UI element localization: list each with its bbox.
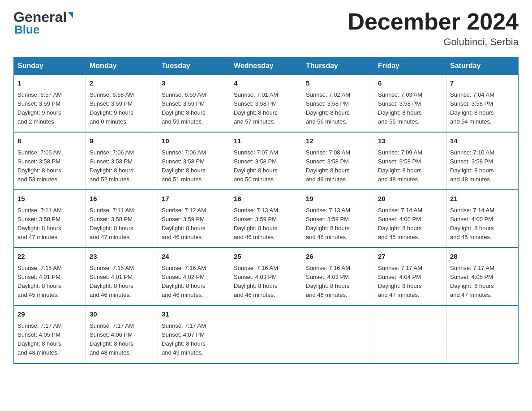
calendar-cell: 18Sunrise: 7:13 AM Sunset: 3:59 PM Dayli…: [230, 190, 302, 248]
day-info: Sunrise: 7:13 AM Sunset: 3:59 PM Dayligh…: [234, 206, 298, 242]
calendar-cell: 15Sunrise: 7:11 AM Sunset: 3:58 PM Dayli…: [14, 190, 86, 248]
logo-triangle-icon: [68, 12, 73, 18]
calendar-cell: [374, 305, 446, 363]
day-number: 12: [306, 136, 370, 146]
day-number: 6: [378, 78, 442, 89]
calendar-cell: 29Sunrise: 7:17 AM Sunset: 4:05 PM Dayli…: [14, 305, 86, 363]
title-block: December 2024 Golubinci, Serbia: [348, 9, 519, 48]
week-row-1: 1Sunrise: 6:57 AM Sunset: 3:59 PM Daylig…: [14, 75, 519, 133]
week-row-2: 8Sunrise: 7:05 AM Sunset: 3:58 PM Daylig…: [14, 132, 519, 190]
day-number: 2: [90, 78, 154, 89]
calendar-cell: 5Sunrise: 7:02 AM Sunset: 3:58 PM Daylig…: [302, 75, 374, 133]
calendar-cell: 30Sunrise: 7:17 AM Sunset: 4:06 PM Dayli…: [86, 305, 158, 363]
day-number: 9: [90, 136, 154, 146]
day-number: 22: [17, 252, 82, 262]
calendar-cell: 2Sunrise: 6:58 AM Sunset: 3:59 PM Daylig…: [86, 75, 158, 133]
week-row-3: 15Sunrise: 7:11 AM Sunset: 3:58 PM Dayli…: [14, 190, 519, 248]
calendar-cell: 12Sunrise: 7:08 AM Sunset: 3:58 PM Dayli…: [302, 132, 374, 190]
day-info: Sunrise: 7:13 AM Sunset: 3:59 PM Dayligh…: [306, 206, 370, 242]
day-number: 4: [234, 78, 298, 89]
day-info: Sunrise: 7:17 AM Sunset: 4:05 PM Dayligh…: [17, 321, 82, 358]
calendar-cell: 11Sunrise: 7:07 AM Sunset: 3:58 PM Dayli…: [230, 132, 302, 190]
day-number: 31: [162, 309, 226, 320]
day-number: 28: [450, 252, 515, 262]
calendar-cell: 22Sunrise: 7:15 AM Sunset: 4:01 PM Dayli…: [14, 248, 86, 305]
day-info: Sunrise: 6:59 AM Sunset: 3:59 PM Dayligh…: [162, 90, 226, 127]
calendar-cell: 20Sunrise: 7:14 AM Sunset: 4:00 PM Dayli…: [374, 190, 446, 248]
day-number: 16: [90, 194, 154, 204]
day-info: Sunrise: 7:16 AM Sunset: 4:03 PM Dayligh…: [306, 264, 370, 300]
calendar-cell: 27Sunrise: 7:17 AM Sunset: 4:04 PM Dayli…: [374, 248, 446, 305]
day-number: 15: [17, 194, 82, 204]
calendar-cell: 14Sunrise: 7:10 AM Sunset: 3:58 PM Dayli…: [446, 132, 519, 190]
day-number: 11: [234, 136, 298, 146]
calendar-cell: 1Sunrise: 6:57 AM Sunset: 3:59 PM Daylig…: [14, 75, 86, 133]
calendar-cell: 6Sunrise: 7:03 AM Sunset: 3:58 PM Daylig…: [374, 75, 446, 133]
day-number: 13: [378, 136, 442, 146]
day-number: 25: [234, 252, 298, 262]
day-info: Sunrise: 7:17 AM Sunset: 4:05 PM Dayligh…: [450, 264, 515, 300]
calendar-cell: 31Sunrise: 7:17 AM Sunset: 4:07 PM Dayli…: [158, 305, 230, 363]
calendar-cell: 4Sunrise: 7:01 AM Sunset: 3:58 PM Daylig…: [230, 75, 302, 133]
day-info: Sunrise: 7:14 AM Sunset: 4:00 PM Dayligh…: [378, 206, 442, 242]
day-number: 30: [90, 309, 154, 320]
calendar-cell: 21Sunrise: 7:14 AM Sunset: 4:00 PM Dayli…: [446, 190, 519, 248]
day-number: 21: [450, 194, 515, 204]
day-info: Sunrise: 7:17 AM Sunset: 4:04 PM Dayligh…: [378, 264, 442, 300]
calendar-cell: 16Sunrise: 7:11 AM Sunset: 3:58 PM Dayli…: [86, 190, 158, 248]
day-number: 27: [378, 252, 442, 262]
weekday-header-friday: Friday: [374, 57, 446, 75]
day-number: 20: [378, 194, 442, 204]
calendar-cell: [230, 305, 302, 363]
day-info: Sunrise: 7:17 AM Sunset: 4:07 PM Dayligh…: [162, 321, 226, 358]
day-number: 24: [162, 252, 226, 262]
calendar-cell: 13Sunrise: 7:09 AM Sunset: 3:58 PM Dayli…: [374, 132, 446, 190]
day-number: 18: [234, 194, 298, 204]
day-info: Sunrise: 7:16 AM Sunset: 4:03 PM Dayligh…: [234, 264, 298, 300]
calendar-cell: 9Sunrise: 7:06 AM Sunset: 3:58 PM Daylig…: [86, 132, 158, 190]
day-number: 5: [306, 78, 370, 89]
weekday-header-thursday: Thursday: [302, 57, 374, 75]
day-info: Sunrise: 7:14 AM Sunset: 4:00 PM Dayligh…: [450, 206, 515, 242]
calendar-cell: 7Sunrise: 7:04 AM Sunset: 3:58 PM Daylig…: [446, 75, 519, 133]
weekday-header-wednesday: Wednesday: [230, 57, 302, 75]
day-info: Sunrise: 7:15 AM Sunset: 4:01 PM Dayligh…: [90, 264, 154, 300]
weekday-header-monday: Monday: [86, 57, 158, 75]
week-row-4: 22Sunrise: 7:15 AM Sunset: 4:01 PM Dayli…: [14, 248, 519, 305]
day-info: Sunrise: 7:03 AM Sunset: 3:58 PM Dayligh…: [378, 90, 442, 127]
logo: General Blue: [13, 9, 73, 37]
weekday-header-saturday: Saturday: [446, 57, 519, 75]
calendar-cell: 17Sunrise: 7:12 AM Sunset: 3:59 PM Dayli…: [158, 190, 230, 248]
day-number: 19: [306, 194, 370, 204]
calendar-cell: 10Sunrise: 7:06 AM Sunset: 3:58 PM Dayli…: [158, 132, 230, 190]
calendar-cell: 3Sunrise: 6:59 AM Sunset: 3:59 PM Daylig…: [158, 75, 230, 133]
day-number: 7: [450, 78, 515, 89]
day-number: 8: [17, 136, 82, 146]
calendar-cell: 26Sunrise: 7:16 AM Sunset: 4:03 PM Dayli…: [302, 248, 374, 305]
day-number: 23: [90, 252, 154, 262]
day-info: Sunrise: 7:08 AM Sunset: 3:58 PM Dayligh…: [306, 148, 370, 184]
calendar-table: SundayMondayTuesdayWednesdayThursdayFrid…: [13, 57, 519, 364]
day-info: Sunrise: 7:10 AM Sunset: 3:58 PM Dayligh…: [450, 148, 515, 184]
day-info: Sunrise: 6:57 AM Sunset: 3:59 PM Dayligh…: [17, 90, 82, 127]
day-number: 3: [162, 78, 226, 89]
day-info: Sunrise: 7:11 AM Sunset: 3:58 PM Dayligh…: [90, 206, 154, 242]
day-info: Sunrise: 7:07 AM Sunset: 3:58 PM Dayligh…: [234, 148, 298, 184]
logo-blue-text: Blue: [14, 23, 39, 37]
day-info: Sunrise: 7:17 AM Sunset: 4:06 PM Dayligh…: [90, 321, 154, 358]
calendar-cell: 25Sunrise: 7:16 AM Sunset: 4:03 PM Dayli…: [230, 248, 302, 305]
calendar-cell: 24Sunrise: 7:16 AM Sunset: 4:02 PM Dayli…: [158, 248, 230, 305]
day-number: 17: [162, 194, 226, 204]
weekday-header-sunday: Sunday: [14, 57, 86, 75]
day-info: Sunrise: 7:04 AM Sunset: 3:58 PM Dayligh…: [450, 90, 515, 127]
calendar-cell: 8Sunrise: 7:05 AM Sunset: 3:58 PM Daylig…: [14, 132, 86, 190]
day-info: Sunrise: 7:02 AM Sunset: 3:58 PM Dayligh…: [306, 90, 370, 127]
day-number: 10: [162, 136, 226, 146]
day-info: Sunrise: 7:06 AM Sunset: 3:58 PM Dayligh…: [162, 148, 226, 184]
day-info: Sunrise: 7:05 AM Sunset: 3:58 PM Dayligh…: [17, 148, 82, 184]
calendar-cell: 23Sunrise: 7:15 AM Sunset: 4:01 PM Dayli…: [86, 248, 158, 305]
day-number: 29: [17, 309, 82, 320]
day-info: Sunrise: 7:12 AM Sunset: 3:59 PM Dayligh…: [162, 206, 226, 242]
weekday-header-row: SundayMondayTuesdayWednesdayThursdayFrid…: [14, 57, 519, 75]
week-row-5: 29Sunrise: 7:17 AM Sunset: 4:05 PM Dayli…: [14, 305, 519, 363]
